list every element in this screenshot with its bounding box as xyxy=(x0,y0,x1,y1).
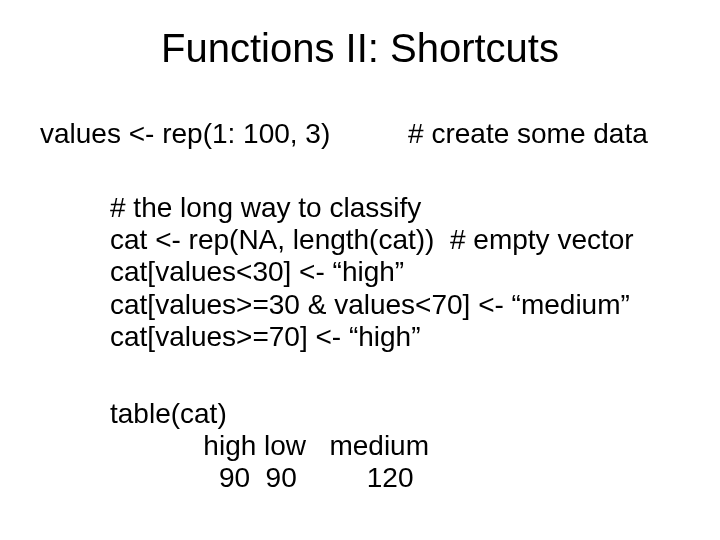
code-block-table: table(cat) high low medium 90 90 120 xyxy=(110,398,429,495)
slide: Functions II: Shortcuts values <- rep(1:… xyxy=(0,0,720,540)
code-block-classify: # the long way to classify cat <- rep(NA… xyxy=(110,192,634,353)
slide-title: Functions II: Shortcuts xyxy=(0,26,720,71)
code-line-values: values <- rep(1: 100, 3) # create some d… xyxy=(40,118,648,150)
